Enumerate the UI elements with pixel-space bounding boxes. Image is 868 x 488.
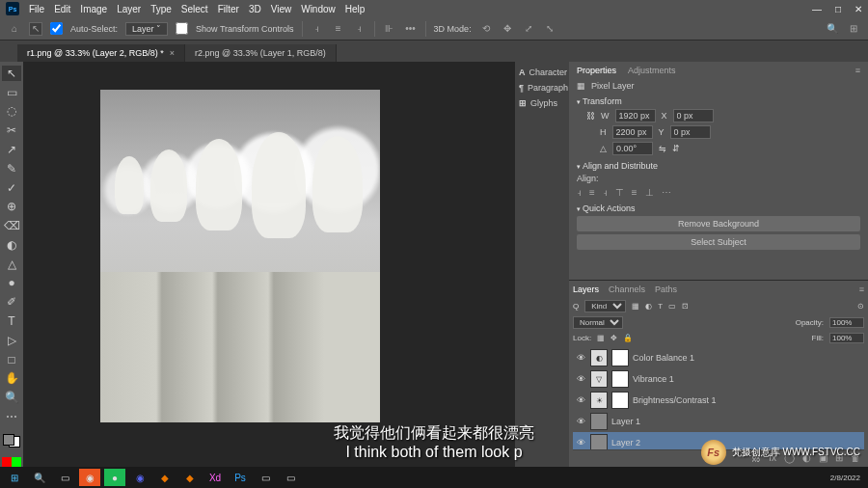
blend-mode-select[interactable]: Normal [573,316,623,329]
menu-image[interactable]: Image [80,4,107,14]
shape-tool[interactable]: □ [2,352,21,367]
filter-type-icon[interactable]: T [658,302,663,311]
eyedropper-tool[interactable]: ✎ [2,161,21,176]
visibility-icon[interactable]: 👁 [575,353,586,363]
glyphs-panel-tab[interactable]: ⊞Glyphs [515,98,569,108]
align-left-icon[interactable]: ⫞ [311,22,324,36]
menu-layer[interactable]: Layer [117,4,141,14]
panel-menu-icon[interactable]: ≡ [855,66,860,75]
document-canvas[interactable] [100,90,380,422]
window-maximize[interactable]: □ [835,4,841,14]
zoom-tool[interactable]: 🔍 [2,390,21,405]
taskbar-app[interactable]: ◉ [79,469,100,486]
marquee-tool[interactable]: ▭ [2,85,21,100]
visibility-icon[interactable]: 👁 [575,395,586,405]
align-right-icon[interactable]: ⫞ [353,22,366,36]
filter-smart-icon[interactable]: ⊡ [682,302,689,311]
mask-thumb[interactable] [611,349,629,366]
auto-select-dropdown[interactable]: Layer ˅ [125,22,168,36]
select-subject-button[interactable]: Select Subject [577,234,860,250]
height-input[interactable] [612,125,653,139]
tab-layers[interactable]: Layers [573,285,599,294]
taskbar-app[interactable]: ▭ [255,469,276,486]
blur-tool[interactable]: ● [2,276,21,291]
layer-row[interactable]: 👁▽Vibrance 1 [573,368,864,390]
remove-background-button[interactable]: Remove Background [577,216,860,231]
width-input[interactable] [615,109,656,122]
color-swatches[interactable] [3,434,20,447]
layer-row[interactable]: 👁◐Color Balance 1 [573,347,864,368]
auto-select-checkbox[interactable] [50,22,63,35]
layer-name[interactable]: Brightness/Contrast 1 [633,395,717,405]
taskbar-app[interactable]: ▭ [280,469,301,486]
3d-scale-icon[interactable]: ⤡ [543,22,556,36]
character-panel-tab[interactable]: ACharacter [515,68,569,77]
layer-name[interactable]: Layer 2 [611,438,640,447]
layer-thumb[interactable] [590,413,608,430]
close-icon[interactable]: × [170,48,175,58]
gradient-tool[interactable]: △ [2,257,21,272]
paragraph-panel-tab[interactable]: ¶Paragraph [515,83,569,93]
3d-orbit-icon[interactable]: ⟲ [479,22,493,36]
move-tool[interactable]: ↖ [2,66,21,81]
align-section[interactable]: Align and Distribute [577,161,860,171]
pen-tool[interactable]: ✐ [2,294,21,310]
search-icon[interactable]: 🔍 [826,22,839,36]
brush-tool[interactable]: ⊕ [2,199,21,214]
align-hcenter-icon[interactable]: ≡ [589,187,595,198]
menu-3d[interactable]: 3D [249,4,261,14]
crop-tool[interactable]: ✂ [2,122,21,138]
move-tool-icon[interactable]: ↖ [29,22,42,36]
flip-h-icon[interactable]: ⇋ [659,144,666,153]
3d-slide-icon[interactable]: ⤢ [522,22,535,36]
workspace-icon[interactable]: ⊞ [847,22,860,36]
menu-file[interactable]: File [29,4,44,14]
filter-pixel-icon[interactable]: ▦ [632,302,639,311]
filter-toggle[interactable]: ⊙ [857,302,864,311]
layer-row[interactable]: 👁☀Brightness/Contrast 1 [573,390,864,411]
lock-all-icon[interactable]: 🔒 [623,334,633,342]
eraser-tool[interactable]: ◐ [2,237,21,253]
heal-tool[interactable]: ✓ [2,180,21,196]
align-left-icon[interactable]: ⫞ [577,187,582,198]
align-center-icon[interactable]: ≡ [332,22,345,36]
type-tool[interactable]: T [2,313,21,329]
path-tool[interactable]: ▷ [2,333,21,348]
distribute-icon[interactable]: ⊪ [383,22,396,36]
start-button[interactable]: ⊞ [4,469,25,486]
mask-thumb[interactable] [611,370,629,388]
taskbar-app[interactable]: ● [104,469,125,486]
home-icon[interactable]: ⌂ [8,22,21,36]
frame-tool[interactable]: ↗ [2,142,21,157]
layer-name[interactable]: Layer 1 [611,417,640,426]
flip-v-icon[interactable]: ⇵ [672,144,680,153]
stamp-tool[interactable]: ⌫ [2,218,21,233]
menu-edit[interactable]: Edit [54,4,70,14]
taskbar-app[interactable]: ◆ [154,469,176,486]
lock-pixels-icon[interactable]: ▦ [597,334,605,342]
mask-thumb[interactable] [611,392,629,409]
filter-adj-icon[interactable]: ◐ [645,302,652,311]
show-transform-checkbox[interactable] [176,22,188,35]
opacity-input[interactable] [829,317,864,328]
canvas-area[interactable] [23,62,515,469]
task-view-icon[interactable]: ▭ [54,469,75,486]
align-bottom-icon[interactable]: ⊥ [645,187,654,198]
tab-channels[interactable]: Channels [609,285,645,294]
document-tab-2[interactable]: r2.png @ 33.3% (Layer 1, RGB/8) [185,44,337,62]
menu-type[interactable]: Type [150,4,172,14]
search-icon[interactable]: 🔍 [29,469,50,486]
taskbar-app[interactable]: ◆ [179,469,201,486]
menu-help[interactable]: Help [345,4,366,14]
lock-position-icon[interactable]: ✥ [610,334,617,342]
panel-menu-icon[interactable]: ≡ [859,285,864,294]
lasso-tool[interactable]: ◌ [2,104,21,120]
align-top-icon[interactable]: ⊤ [615,187,624,198]
visibility-icon[interactable]: 👁 [575,438,586,447]
quick-actions-section[interactable]: Quick Actions [577,203,860,213]
visibility-icon[interactable]: 👁 [575,417,586,426]
taskbar-app[interactable]: ◉ [129,469,150,486]
align-vcenter-icon[interactable]: ≡ [632,187,637,198]
angle-input[interactable] [612,142,653,155]
more-icon[interactable]: ••• [404,22,418,36]
